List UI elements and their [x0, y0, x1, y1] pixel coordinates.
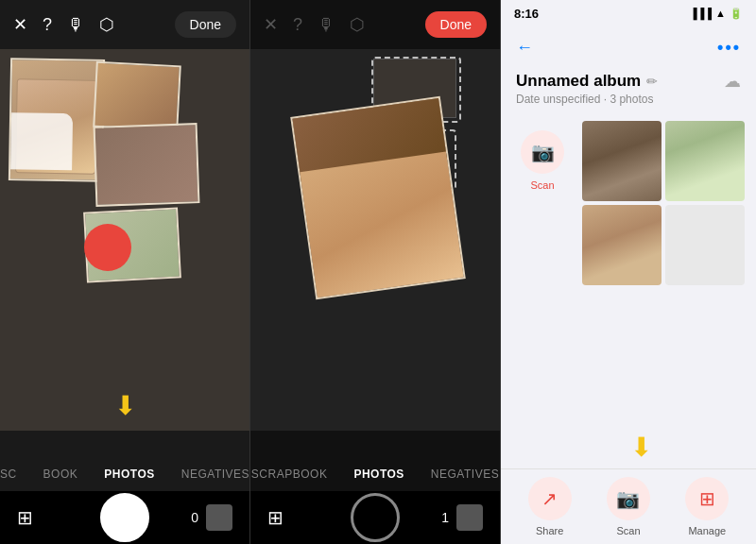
done-button[interactable]: Done — [175, 11, 236, 38]
scattered-photo-3 — [9, 58, 105, 182]
manage-button-group[interactable]: ⊞ Manage — [685, 477, 729, 536]
edit-title-icon[interactable]: ✏ — [646, 74, 658, 89]
right-panel: 8:16 ▐▐▐ ▲ 🔋 ← ••• Unnamed album ✏ ☁ Dat… — [501, 0, 756, 544]
thumbnail-empty — [665, 205, 745, 285]
more-button[interactable]: ••• — [717, 38, 741, 58]
manage-icon: ⊞ — [699, 487, 715, 510]
middle-camera-view — [250, 49, 500, 431]
file-icon-mid[interactable]: ⬡ — [350, 14, 365, 35]
photo-thumbnails-grid — [582, 121, 745, 291]
album-title: Unnamed album — [516, 72, 641, 91]
preview-thumb-mid — [456, 504, 483, 531]
left-bottom-controls: ⊞ 0 — [0, 491, 249, 544]
scan-label: Scan — [530, 179, 554, 191]
scan-action-icon: 📷 — [616, 487, 640, 510]
status-icons: ▐▐▐ ▲ 🔋 — [690, 8, 743, 20]
thumbnail-1[interactable] — [582, 121, 662, 201]
wifi-icon: ▲ — [715, 8, 726, 19]
share-icon: ↗ — [541, 487, 558, 510]
tab-photos-mid[interactable]: PHOTOS — [340, 468, 417, 481]
album-title-row: Unnamed album ✏ ☁ — [516, 72, 741, 91]
middle-bottom-controls: ⊞ 1 — [250, 491, 500, 544]
scan-circle-icon: 📷 — [531, 141, 555, 163]
share-button-group[interactable]: ↗ Share — [528, 477, 572, 536]
tab-negatives-mid[interactable]: NEGATIVES — [418, 468, 501, 481]
gallery-icon-left[interactable]: ⊞ — [17, 506, 33, 529]
close-icon[interactable]: ✕ — [13, 14, 27, 35]
arrow-indicator-left: ⬇ — [114, 390, 136, 421]
left-top-bar: ✕ ? 🎙 ⬡ Done — [0, 0, 249, 49]
thumbnail-3[interactable] — [582, 205, 662, 285]
mic-icon-mid[interactable]: 🎙 — [318, 15, 335, 35]
scan-action-label: Scan — [616, 525, 640, 536]
empty-content-area — [501, 298, 756, 468]
photo-grid-area: 📷 Scan — [501, 113, 756, 298]
file-icon[interactable]: ⬡ — [99, 14, 114, 35]
help-icon[interactable]: ? — [43, 15, 52, 35]
capture-indicator — [84, 224, 131, 271]
back-button[interactable]: ← — [516, 38, 533, 58]
share-label: Share — [536, 525, 563, 536]
tab-scrapbook-mid[interactable]: SCRAPBOOK — [250, 468, 340, 481]
shutter-button-left[interactable] — [100, 493, 149, 542]
middle-panel: ✕ ? 🎙 ⬡ Done SCRAPBOOK PHOTOS NEGATIVES … — [250, 0, 501, 544]
left-panel: ✕ ? 🎙 ⬡ Done ⬇ SC BOOK PHOTOS NEGATIVES … — [0, 0, 250, 544]
left-tab-bar: SC BOOK PHOTOS NEGATIVES — [0, 457, 249, 491]
manage-label: Manage — [688, 525, 726, 536]
close-icon-mid[interactable]: ✕ — [264, 14, 278, 35]
nav-row: ← ••• — [501, 26, 756, 68]
album-title-section: Unnamed album ✏ ☁ Date unspecified · 3 p… — [501, 68, 756, 113]
scan-button-group[interactable]: 📷 Scan — [607, 477, 650, 536]
mic-icon[interactable]: 🎙 — [67, 15, 84, 35]
preview-thumb-left — [206, 504, 232, 531]
tab-book[interactable]: BOOK — [30, 468, 92, 481]
scattered-photo-2 — [94, 123, 200, 207]
help-icon-mid[interactable]: ? — [293, 15, 302, 35]
arrow-indicator-right: ⬇ — [630, 432, 652, 463]
middle-tab-bar: SCRAPBOOK PHOTOS NEGATIVES — [250, 457, 500, 491]
cloud-icon: ☁ — [724, 71, 741, 92]
shutter-button-mid[interactable] — [351, 493, 400, 542]
gallery-icon-mid[interactable]: ⊞ — [267, 506, 284, 529]
status-time: 8:16 — [514, 7, 539, 21]
signal-icon: ▐▐▐ — [690, 8, 712, 19]
scan-action-circle: 📷 — [607, 477, 650, 520]
count-display-left: 0 — [191, 510, 198, 525]
scan-card[interactable]: 📷 Scan — [512, 121, 573, 291]
middle-top-bar: ✕ ? 🎙 ⬡ Done — [250, 0, 500, 49]
manage-circle: ⊞ — [685, 477, 729, 520]
scattered-photo-1 — [93, 61, 181, 132]
tab-negatives[interactable]: NEGATIVES — [168, 468, 250, 481]
action-buttons-bar: ↗ Share 📷 Scan ⊞ Manage — [501, 468, 756, 544]
tab-scrapbook[interactable]: SC — [0, 468, 30, 481]
thumbnail-2[interactable] — [665, 121, 745, 201]
status-bar: 8:16 ▐▐▐ ▲ 🔋 — [501, 0, 756, 26]
album-subtitle: Date unspecified · 3 photos — [516, 93, 741, 106]
count-display-mid: 1 — [441, 510, 449, 525]
share-circle: ↗ — [528, 477, 572, 520]
left-camera-view — [0, 49, 249, 431]
done-button-mid[interactable]: Done — [425, 11, 487, 38]
main-tilted-photo — [290, 96, 466, 299]
tab-photos[interactable]: PHOTOS — [91, 468, 167, 481]
battery-icon: 🔋 — [730, 8, 743, 20]
scan-circle: 📷 — [521, 130, 564, 174]
